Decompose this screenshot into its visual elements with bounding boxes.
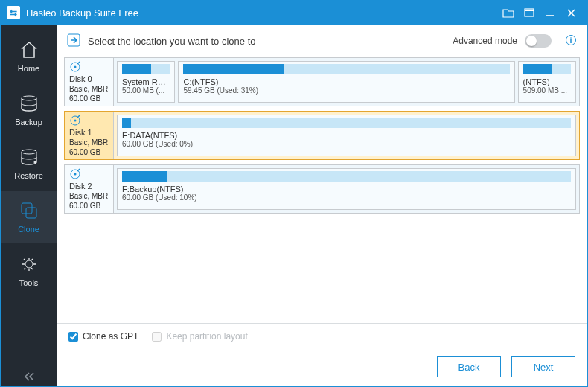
sidebar-label: Backup [15,118,42,127]
advanced-mode-toggle[interactable] [525,34,552,48]
svg-point-9 [25,260,33,268]
footer: Back Next [57,349,587,387]
partition-label: (NTFS) [523,77,571,86]
titlebar-window-icon[interactable] [519,4,540,22]
checkbox-label: Keep partition layout [166,331,247,342]
titlebar-open-icon[interactable] [498,4,519,22]
svg-point-12 [570,37,572,39]
usage-bar [183,64,509,74]
disk-row[interactable]: Disk 0Basic, MBR60.00 GBSystem Reser50.0… [64,57,580,106]
partition-size: 509.00 MB ... [523,86,571,95]
titlebar: ⇆ Hasleo Backup Suite Free [1,1,587,25]
sidebar-item-restore[interactable]: Restore [1,138,57,190]
sidebar: Home Backup Restore Clone Tools [1,25,57,387]
instruction-bar: Select the location you want to clone to… [57,25,587,57]
app-icon: ⇆ [7,6,20,19]
partition-size: 60.00 GB (Used: 10%) [122,194,571,202]
instruction-text: Select the location you want to clone to [88,36,255,47]
partition-label: E:DATA(NTFS) [122,131,571,140]
partition-size: 59.45 GB (Used: 31%) [183,86,509,95]
next-button[interactable]: Next [511,356,575,377]
disk-capacity: 60.00 GB [69,95,109,103]
svg-point-19 [74,173,77,176]
partition[interactable]: C:(NTFS)59.45 GB (Used: 31%) [178,61,514,103]
disk-row[interactable]: Disk 1Basic, MBR60.00 GBE:DATA(NTFS)60.0… [64,111,580,160]
svg-point-6 [22,150,36,154]
usage-bar [122,64,170,74]
partitions: System Reser50.00 MB (...C:(NTFS)59.45 G… [114,58,579,106]
sidebar-item-tools[interactable]: Tools [1,245,57,297]
close-button[interactable] [560,4,581,22]
disk-capacity: 60.00 GB [69,202,109,210]
disk-list: Disk 0Basic, MBR60.00 GBSystem Reser50.0… [57,57,587,323]
checkbox-label: Clone as GPT [83,331,138,342]
keep-partition-layout-checkbox: Keep partition layout [152,331,247,342]
sidebar-collapse-icon[interactable] [1,371,57,382]
disk-header: Disk 0Basic, MBR60.00 GB [65,58,114,106]
clone-as-gpt-checkbox[interactable]: Clone as GPT [68,331,138,342]
disk-name: Disk 2 [69,182,109,191]
disk-scheme: Basic, MBR [69,138,109,147]
usage-bar [122,118,571,128]
disk-name: Disk 0 [69,74,109,83]
usage-bar [122,171,571,182]
partition-label: F:Backup(NTFS) [122,185,571,194]
disk-name: Disk 1 [69,128,109,137]
sidebar-label: Restore [14,171,43,180]
back-button[interactable]: Back [437,356,501,377]
svg-rect-0 [525,9,534,16]
partitions: E:DATA(NTFS)60.00 GB (Used: 0%) [114,112,579,159]
disk-header: Disk 2Basic, MBR60.00 GB [65,165,114,213]
main-panel: Select the location you want to clone to… [57,25,587,387]
partition[interactable]: F:Backup(NTFS)60.00 GB (Used: 10%) [117,168,576,210]
disk-capacity: 60.00 GB [69,148,109,156]
disk-header: Disk 1Basic, MBR60.00 GB [65,112,114,159]
svg-rect-7 [22,203,32,214]
partition-size: 50.00 MB (... [122,86,170,95]
svg-point-17 [74,120,77,122]
partition-size: 60.00 GB (Used: 0%) [122,140,571,148]
info-icon[interactable] [565,34,577,48]
partition[interactable]: (NTFS)509.00 MB ... [518,61,576,103]
svg-point-15 [74,66,77,68]
sidebar-label: Clone [18,225,39,234]
disk-scheme: Basic, MBR [69,192,109,200]
options-bar: Clone as GPT Keep partition layout [57,323,587,349]
app-title: Hasleo Backup Suite Free [26,7,138,19]
partitions: F:Backup(NTFS)60.00 GB (Used: 10%) [114,165,579,213]
advanced-mode-label: Advanced mode [453,36,517,46]
partition[interactable]: E:DATA(NTFS)60.00 GB (Used: 0%) [117,115,576,156]
sidebar-label: Home [18,64,39,73]
sidebar-item-backup[interactable]: Backup [1,84,57,136]
partition-label: C:(NTFS) [183,77,509,86]
proceed-arrow-icon [67,33,80,49]
minimize-button[interactable] [540,4,560,22]
disk-scheme: Basic, MBR [69,85,109,93]
svg-rect-8 [26,208,36,218]
partition[interactable]: System Reser50.00 MB (... [117,61,175,103]
disk-row[interactable]: Disk 2Basic, MBR60.00 GBF:Backup(NTFS)60… [64,164,580,214]
partition-label: System Reser [122,77,170,86]
sidebar-item-clone[interactable]: Clone [1,191,57,243]
sidebar-item-home[interactable]: Home [1,31,57,83]
sidebar-label: Tools [19,278,39,287]
usage-bar [523,64,571,74]
svg-point-5 [22,96,36,100]
